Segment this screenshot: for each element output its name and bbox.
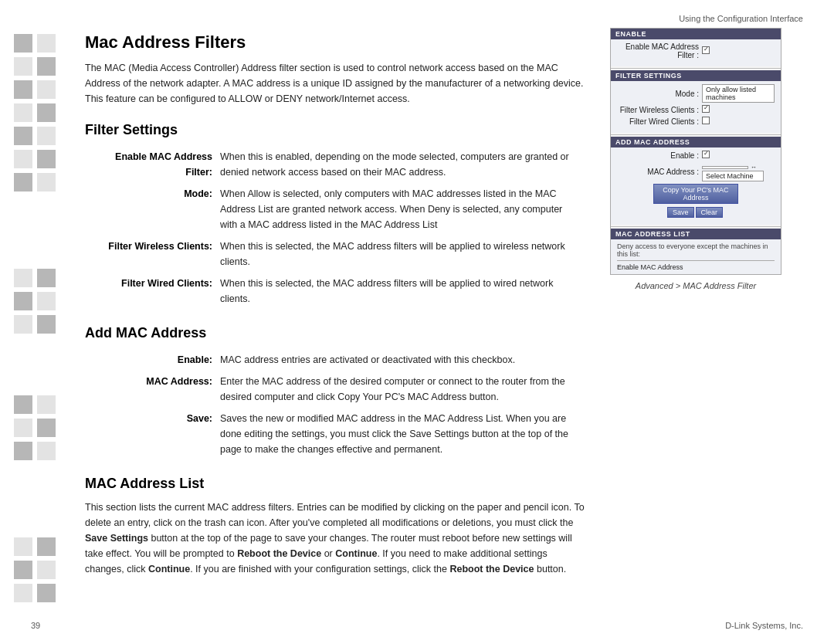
square-deco bbox=[37, 584, 56, 602]
square-deco bbox=[14, 419, 32, 437]
clear-button[interactable]: Clear bbox=[696, 207, 724, 218]
square-deco bbox=[37, 80, 56, 99]
company-name: D-Link Systems, Inc. bbox=[725, 621, 803, 630]
copy-mac-button[interactable]: Copy Your PC's MAC Address bbox=[653, 184, 738, 204]
mac-list-text-6: button. bbox=[534, 564, 567, 575]
square-deco bbox=[14, 442, 32, 460]
page-header: Using the Configuration Interface bbox=[0, 0, 834, 26]
wired-row: Filter Wired Clients : bbox=[617, 117, 775, 126]
square-deco bbox=[37, 537, 56, 556]
mac-list-text-5: . If you are finished with your configur… bbox=[190, 564, 449, 575]
save-button[interactable]: Save bbox=[667, 207, 694, 218]
square-deco bbox=[14, 537, 32, 556]
mac-list-bold-3: Continue bbox=[335, 548, 377, 559]
filter-settings-bar: Filter Settings bbox=[611, 70, 781, 81]
enable-row: Enable MAC Address Filter : bbox=[617, 42, 775, 59]
mac-list-column-header: Enable MAC Address bbox=[617, 260, 775, 271]
mac-list-description: Deny access to everyone except the machi… bbox=[617, 242, 775, 258]
square-deco bbox=[37, 561, 56, 579]
term-mac-address: MAC Address: bbox=[85, 371, 220, 408]
square-deco bbox=[14, 395, 32, 414]
add-enable-row: Enable : bbox=[617, 151, 775, 160]
add-mac-label: MAC Address : bbox=[617, 168, 702, 176]
page-title: Mac Address Filters bbox=[85, 32, 587, 53]
term-add-enable: Enable: bbox=[85, 349, 220, 371]
add-mac-row: MAC Address : ↔ Select Machine bbox=[617, 162, 775, 181]
mac-list-text-1: This section lists the current MAC addre… bbox=[85, 502, 585, 528]
square-deco bbox=[14, 584, 32, 602]
mac-list-bar: MAC Address List bbox=[611, 229, 781, 239]
main-content: Mac Address Filters The MAC (Media Acces… bbox=[77, 26, 602, 607]
square-deco bbox=[14, 173, 32, 192]
table-row: Filter Wireless Clients: When this is se… bbox=[85, 236, 587, 273]
mode-row: Mode : Only allow listed machines bbox=[617, 84, 775, 103]
separator bbox=[611, 68, 781, 69]
term-save: Save: bbox=[85, 408, 220, 460]
square-deco bbox=[14, 80, 32, 99]
def-mode: When Allow is selected, only computers w… bbox=[220, 183, 587, 236]
separator bbox=[611, 226, 781, 227]
square-deco bbox=[14, 315, 32, 334]
square-deco bbox=[14, 34, 32, 53]
filter-settings-table: Enable MAC AddressFilter: When this is e… bbox=[85, 146, 587, 310]
select-machine-dropdown[interactable]: Select Machine bbox=[702, 171, 764, 181]
mac-list-bold-1: Save Settings bbox=[85, 533, 148, 544]
wired-checkbox[interactable] bbox=[702, 117, 710, 124]
def-wireless: When this is selected, the MAC address f… bbox=[220, 236, 587, 273]
def-save: Saves the new or modified MAC address in… bbox=[220, 408, 587, 460]
def-wired: When this is selected, the MAC address f… bbox=[220, 273, 587, 310]
table-row: MAC Address: Enter the MAC address of th… bbox=[85, 371, 587, 408]
mode-label: Mode : bbox=[617, 90, 702, 98]
table-row: Enable MAC AddressFilter: When this is e… bbox=[85, 146, 587, 183]
square-deco bbox=[37, 57, 56, 76]
breadcrumb-text: Using the Configuration Interface bbox=[679, 14, 803, 23]
def-mac-address: Enter the MAC address of the desired com… bbox=[220, 371, 587, 408]
square-deco bbox=[37, 419, 56, 437]
square-deco bbox=[37, 315, 56, 334]
enable-checkbox[interactable] bbox=[702, 46, 710, 54]
square-deco bbox=[14, 561, 32, 579]
add-enable-label: Enable : bbox=[617, 151, 702, 160]
term-wired: Filter Wired Clients: bbox=[85, 273, 220, 310]
add-mac-bar: Add MAC Address bbox=[611, 137, 781, 147]
def-enable-mac: When this is enabled, depending on the m… bbox=[220, 146, 587, 183]
table-row: Mode: When Allow is selected, only compu… bbox=[85, 183, 587, 236]
enable-bar: Enable bbox=[611, 29, 781, 39]
square-deco bbox=[37, 395, 56, 414]
intro-paragraph: The MAC (Media Access Controller) Addres… bbox=[85, 60, 587, 107]
wired-clients-label: Filter Wired Clients : bbox=[617, 117, 702, 126]
term-wireless: Filter Wireless Clients: bbox=[85, 236, 220, 273]
square-deco bbox=[37, 127, 56, 145]
square-deco bbox=[37, 292, 56, 310]
add-mac-section: Enable : MAC Address : ↔ Select Machine … bbox=[611, 147, 781, 225]
mac-address-input[interactable] bbox=[702, 166, 748, 169]
term-mode: Mode: bbox=[85, 183, 220, 236]
page-number: 39 bbox=[31, 621, 40, 630]
left-decoration bbox=[0, 26, 77, 607]
mac-list-body: This section lists the current MAC addre… bbox=[85, 500, 587, 577]
square-deco bbox=[37, 150, 56, 168]
wireless-row: Filter Wireless Clients : bbox=[617, 105, 775, 114]
wireless-checkbox[interactable] bbox=[702, 105, 710, 113]
square-deco bbox=[37, 173, 56, 192]
enable-section: Enable MAC Address Filter : bbox=[611, 39, 781, 66]
mac-list-bold-2: Reboot the Device bbox=[237, 548, 321, 559]
add-enable-checkbox[interactable] bbox=[702, 151, 710, 158]
filter-settings-heading: Filter Settings bbox=[85, 122, 587, 138]
square-deco bbox=[37, 269, 56, 287]
square-deco bbox=[14, 150, 32, 168]
mac-list-bold-5: Reboot the Device bbox=[449, 564, 534, 575]
square-deco bbox=[14, 103, 32, 122]
square-deco bbox=[14, 269, 32, 287]
table-row: Filter Wired Clients: When this is selec… bbox=[85, 273, 587, 310]
mac-list-bold-4: Continue bbox=[148, 564, 190, 575]
page-footer: 39 D-Link Systems, Inc. bbox=[0, 621, 834, 630]
term-enable-mac: Enable MAC AddressFilter: bbox=[85, 146, 220, 183]
ui-screenshot: Enable Enable MAC Address Filter : Filte… bbox=[610, 28, 781, 275]
add-mac-heading: Add MAC Address bbox=[85, 325, 587, 341]
mode-select[interactable]: Only allow listed machines bbox=[702, 84, 775, 103]
square-deco bbox=[14, 57, 32, 76]
square-deco bbox=[37, 34, 56, 53]
square-deco bbox=[14, 127, 32, 145]
right-panel: Enable Enable MAC Address Filter : Filte… bbox=[602, 26, 795, 607]
